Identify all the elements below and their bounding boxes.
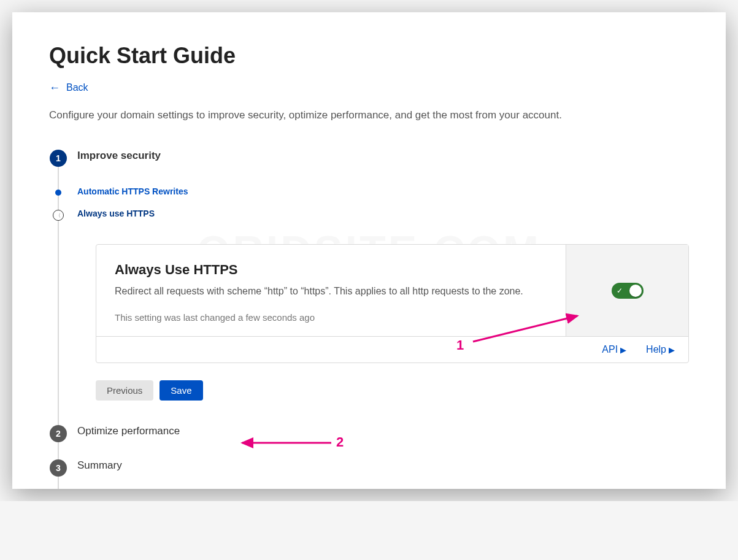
step-1-marker: 1 xyxy=(50,150,67,167)
arrow-left-icon: ← xyxy=(49,82,60,93)
back-label: Back xyxy=(66,82,88,93)
step-3-marker: 3 xyxy=(50,459,67,477)
caret-right-icon: ▶ xyxy=(669,345,675,355)
quick-start-window: ORIDSITE.COM Quick Start Guide ← Back Co… xyxy=(12,12,726,489)
chevron-left-icon[interactable]: 〈 xyxy=(53,210,64,221)
always-use-https-card: Always Use HTTPS Redirect all requests w… xyxy=(96,244,689,363)
substep-always-use-https[interactable]: Always use HTTPS xyxy=(67,209,155,218)
steps-container: 1 Improve security Automatic HTTPS Rewri… xyxy=(49,150,689,477)
caret-right-icon: ▶ xyxy=(620,345,626,355)
check-icon: ✓ xyxy=(617,286,623,295)
step-2-label: Optimize performance xyxy=(67,425,180,437)
save-button[interactable]: Save xyxy=(160,380,202,401)
substep-dot-icon xyxy=(55,190,61,196)
step-3-label: Summary xyxy=(67,459,122,472)
previous-button[interactable]: Previous xyxy=(96,380,153,401)
page-description: Configure your domain settings to improv… xyxy=(49,109,689,121)
step-2-marker: 2 xyxy=(50,425,67,442)
card-description: Redirect all requests with scheme “http”… xyxy=(115,284,547,299)
help-link[interactable]: Help ▶ xyxy=(646,344,675,355)
back-link[interactable]: ← Back xyxy=(49,82,88,93)
card-meta: This setting was last changed a few seco… xyxy=(115,312,547,323)
substep-auto-https-rewrites[interactable]: Automatic HTTPS Rewrites xyxy=(67,186,188,196)
step-1-label: Improve security xyxy=(67,150,161,162)
page-title: Quick Start Guide xyxy=(49,43,689,69)
card-title: Always Use HTTPS xyxy=(115,262,547,278)
toggle-knob xyxy=(629,285,642,297)
api-link[interactable]: API ▶ xyxy=(602,344,626,355)
step-content: Always Use HTTPS Redirect all requests w… xyxy=(67,221,689,413)
always-use-https-toggle[interactable]: ✓ xyxy=(612,283,644,299)
